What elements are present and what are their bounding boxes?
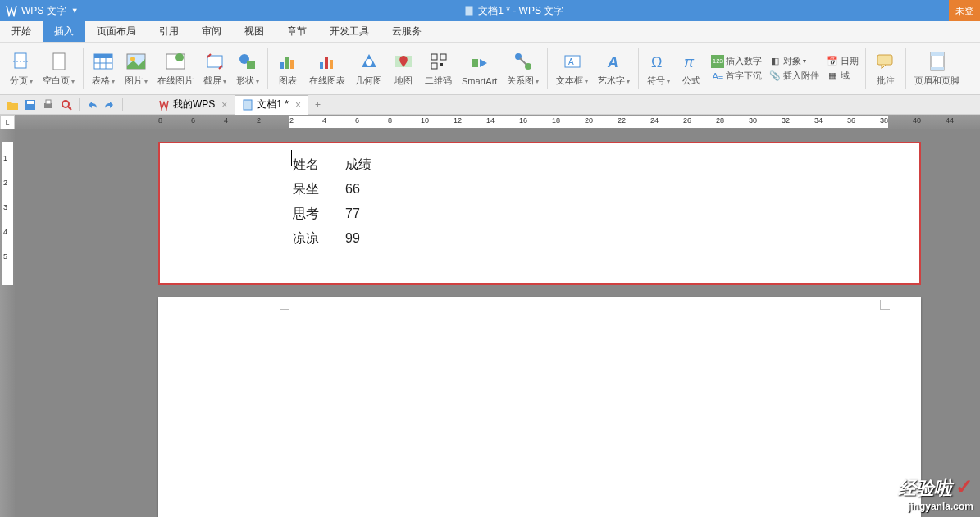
ribbon-header-footer[interactable]: 页眉和页脚 — [909, 44, 964, 93]
horizontal-ruler[interactable]: 8642246810121416182022242628303234363840… — [15, 115, 980, 129]
col-header-score: 成绩 — [345, 153, 396, 176]
title-chevron-icon[interactable]: ▼ — [71, 7, 79, 15]
menu-insert[interactable]: 插入 — [43, 21, 85, 42]
svg-line-46 — [68, 107, 71, 110]
ribbon-equation[interactable]: π公式 — [675, 44, 708, 93]
menu-pagelayout[interactable]: 页面布局 — [85, 21, 148, 42]
svg-rect-5 — [94, 54, 112, 58]
ribbon-field[interactable]: ▦域 — [826, 70, 859, 83]
svg-rect-17 — [285, 57, 289, 69]
qat-print[interactable] — [40, 97, 57, 113]
svg-rect-3 — [53, 53, 65, 70]
ribbon-image[interactable]: 图片▾ — [120, 44, 153, 93]
tab-add-button[interactable]: + — [308, 99, 327, 111]
svg-rect-1 — [15, 53, 26, 68]
cell: 66 — [345, 178, 396, 201]
menu-view[interactable]: 视图 — [233, 21, 276, 42]
ribbon-textbox[interactable]: A文本框▾ — [551, 44, 593, 93]
ribbon-table[interactable]: 表格▾ — [87, 44, 120, 93]
attach-icon: 📎 — [768, 70, 782, 83]
svg-rect-39 — [931, 52, 944, 56]
ribbon-pagebreak[interactable]: 分页▾ — [5, 44, 38, 93]
cell: 思考 — [293, 202, 344, 225]
cell: 呆坐 — [293, 178, 344, 201]
menu-chapter[interactable]: 章节 — [276, 21, 318, 42]
tab-mywps[interactable]: 我的WPS × — [151, 95, 235, 115]
qat-redo[interactable] — [102, 97, 118, 113]
wps-tab-icon — [158, 99, 170, 111]
qat-save[interactable] — [22, 97, 39, 113]
ribbon-dropcap[interactable]: A≡首字下沉 — [711, 70, 762, 83]
title-left: WPS 文字 ▼ — [0, 4, 79, 18]
app-name: WPS 文字 — [21, 4, 66, 18]
cell: 99 — [345, 227, 396, 250]
menu-devtools[interactable]: 开发工具 — [318, 21, 381, 42]
quick-access-toolbar: 我的WPS × 文档1 * × + — [0, 95, 980, 115]
ribbon-attachment[interactable]: 📎插入附件 — [768, 70, 819, 83]
ribbon-insert-number[interactable]: 123插入数字 — [711, 55, 762, 68]
menu-start[interactable]: 开始 — [0, 21, 43, 42]
title-bar: WPS 文字 ▼ 文档1 * - WPS 文字 未登 — [0, 0, 980, 21]
ribbon-date[interactable]: 📅日期 — [826, 55, 859, 68]
svg-text:π: π — [684, 54, 695, 70]
login-badge[interactable]: 未登 — [949, 0, 980, 21]
qat-undo[interactable] — [84, 97, 100, 113]
ribbon-chart[interactable]: 图表 — [271, 44, 304, 93]
svg-rect-18 — [290, 60, 294, 69]
ruler-row: L 86422468101214161820222426283032343638… — [0, 115, 980, 129]
ribbon-small-group-1: 123插入数字 A≡首字下沉 — [708, 53, 765, 84]
tab-close-icon[interactable]: × — [221, 99, 227, 111]
qat-open[interactable] — [4, 97, 21, 113]
document-page-2[interactable] — [158, 297, 921, 517]
menu-reference[interactable]: 引用 — [148, 21, 190, 42]
ribbon-sep — [83, 48, 84, 89]
ribbon-smartart[interactable]: SmartArt — [457, 44, 502, 93]
svg-rect-16 — [280, 62, 284, 69]
ribbon-map[interactable]: 地图 — [387, 44, 420, 93]
ribbon-screenshot[interactable]: 截屏▾ — [198, 44, 231, 93]
tab-document[interactable]: 文档1 * × — [235, 95, 308, 115]
svg-rect-37 — [877, 55, 892, 65]
qat-sep — [122, 98, 123, 111]
ribbon-wordart[interactable]: A艺术字▾ — [593, 44, 635, 93]
ruler-corner[interactable]: L — [0, 115, 15, 129]
tab-label: 我的WPS — [173, 98, 215, 111]
ribbon-relation[interactable]: 关系图▾ — [502, 44, 544, 93]
tab-close-icon[interactable]: × — [295, 99, 301, 111]
qat-sep — [79, 98, 80, 111]
svg-text:A: A — [607, 54, 618, 70]
ribbon-small-group-2: ◧对象▾ 📎插入附件 — [765, 53, 823, 84]
cell: 凉凉 — [293, 227, 344, 250]
ribbon-online-image[interactable]: 在线图片 — [153, 44, 198, 93]
menu-cloud[interactable]: 云服务 — [381, 21, 433, 42]
document-text[interactable]: 姓名成绩 呆坐66 思考77 凉凉99 — [291, 152, 398, 252]
ribbon-shapes[interactable]: 形状▾ — [231, 44, 264, 93]
svg-rect-20 — [325, 57, 328, 69]
menu-review[interactable]: 审阅 — [190, 21, 233, 42]
svg-rect-40 — [931, 67, 944, 70]
field-icon: ▦ — [826, 70, 839, 83]
margin-mark-icon — [880, 293, 896, 310]
tab-label: 文档1 * — [257, 98, 289, 111]
ribbon-comment[interactable]: 批注 — [869, 44, 902, 93]
content-area: 12345 姓名成绩 呆坐66 思考77 凉凉99 — [0, 129, 980, 517]
document-page-highlighted[interactable]: 姓名成绩 呆坐66 思考77 凉凉99 — [158, 142, 921, 285]
svg-line-31 — [520, 58, 526, 65]
ribbon-object[interactable]: ◧对象▾ — [768, 55, 819, 68]
ribbon-symbol[interactable]: Ω符号▾ — [642, 44, 675, 93]
menu-bar: 开始 插入 页面布局 引用 审阅 视图 章节 开发工具 云服务 — [0, 21, 980, 43]
vertical-ruler[interactable]: 12345 — [0, 129, 15, 517]
ribbon-online-chart[interactable]: 在线图表 — [304, 44, 350, 93]
ribbon-blankpage[interactable]: 空白页▾ — [38, 44, 80, 93]
ribbon-geometry[interactable]: 几何图 — [350, 44, 387, 93]
svg-point-12 — [175, 53, 184, 61]
svg-rect-0 — [465, 6, 473, 16]
watermark: 经验啦 ✓ jingyanla.com — [898, 474, 973, 512]
svg-point-22 — [366, 59, 372, 66]
ribbon-qrcode[interactable]: 二维码 — [420, 44, 457, 93]
svg-text:A: A — [568, 57, 574, 66]
doc-title: 文档1 * - WPS 文字 — [478, 4, 563, 18]
svg-rect-19 — [320, 62, 323, 69]
qat-preview[interactable] — [58, 97, 75, 113]
svg-rect-25 — [440, 54, 446, 60]
